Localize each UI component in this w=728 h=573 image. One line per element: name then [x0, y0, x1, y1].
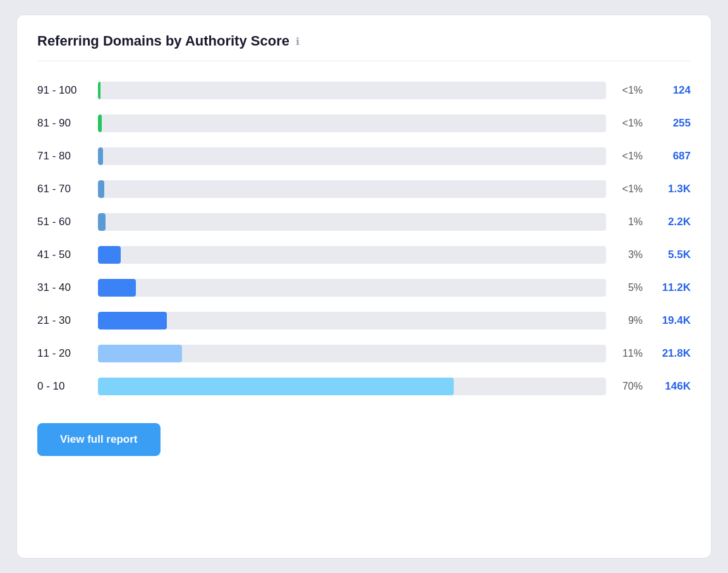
bar-row: 91 - 100<1%124: [37, 74, 691, 107]
card-title: Referring Domains by Authority Score: [37, 33, 289, 49]
bar-track: [98, 279, 606, 297]
bar-row: 81 - 90<1%255: [37, 107, 691, 140]
bar-row: 11 - 2011%21.8K: [37, 337, 691, 370]
bar-fill: [98, 378, 454, 395]
bar-fill: [98, 279, 136, 297]
count-label: 2.2K: [653, 216, 691, 228]
bar-fill: [98, 345, 182, 362]
count-label: 687: [653, 150, 691, 163]
count-label: 124: [653, 84, 691, 97]
bar-track: [98, 180, 606, 198]
range-label: 31 - 40: [37, 281, 88, 294]
count-label: 19.4K: [653, 314, 691, 327]
percent-label: <1%: [616, 151, 643, 162]
bar-track: [98, 312, 606, 330]
bar-track: [98, 114, 606, 132]
view-full-report-section: View full report: [37, 403, 691, 456]
bar-row: 51 - 601%2.2K: [37, 206, 691, 238]
percent-label: 5%: [616, 282, 643, 293]
percent-label: <1%: [616, 118, 643, 129]
percent-label: <1%: [616, 85, 643, 96]
range-label: 11 - 20: [37, 347, 88, 360]
percent-label: 1%: [616, 216, 643, 228]
bar-fill: [98, 114, 102, 132]
count-label: 11.2K: [653, 281, 691, 294]
count-label: 146K: [653, 380, 691, 393]
count-label: 21.8K: [653, 347, 691, 360]
bar-row: 41 - 503%5.5K: [37, 238, 691, 271]
bar-fill: [98, 147, 103, 165]
bar-fill: [98, 312, 167, 330]
range-label: 91 - 100: [37, 84, 88, 97]
bar-fill: [98, 246, 121, 264]
bar-track: [98, 147, 606, 165]
count-label: 1.3K: [653, 183, 691, 195]
bar-row: 31 - 405%11.2K: [37, 271, 691, 304]
count-label: 5.5K: [653, 249, 691, 261]
bar-row: 71 - 80<1%687: [37, 140, 691, 173]
bar-track: [98, 345, 606, 362]
percent-label: 70%: [616, 381, 643, 392]
bar-row: 21 - 309%19.4K: [37, 304, 691, 337]
bar-fill: [98, 180, 104, 198]
rows-container: 91 - 100<1%12481 - 90<1%25571 - 80<1%687…: [37, 74, 691, 403]
percent-label: 11%: [616, 348, 643, 359]
percent-label: 9%: [616, 315, 643, 326]
card-header: Referring Domains by Authority Score ℹ: [37, 33, 691, 61]
info-icon[interactable]: ℹ: [296, 35, 300, 47]
card: Referring Domains by Authority Score ℹ 9…: [16, 15, 712, 558]
count-label: 255: [653, 117, 691, 130]
range-label: 41 - 50: [37, 249, 88, 261]
percent-label: 3%: [616, 249, 643, 261]
range-label: 71 - 80: [37, 150, 88, 163]
range-label: 51 - 60: [37, 216, 88, 228]
range-label: 81 - 90: [37, 117, 88, 130]
view-full-report-button[interactable]: View full report: [37, 423, 161, 456]
range-label: 21 - 30: [37, 314, 88, 327]
bar-track: [98, 378, 606, 395]
bar-row: 61 - 70<1%1.3K: [37, 173, 691, 206]
bar-track: [98, 246, 606, 264]
bar-fill: [98, 82, 100, 99]
percent-label: <1%: [616, 183, 643, 195]
bar-row: 0 - 1070%146K: [37, 370, 691, 403]
bar-track: [98, 82, 606, 99]
bar-track: [98, 213, 606, 231]
bar-fill: [98, 213, 106, 231]
range-label: 61 - 70: [37, 183, 88, 195]
range-label: 0 - 10: [37, 380, 88, 393]
